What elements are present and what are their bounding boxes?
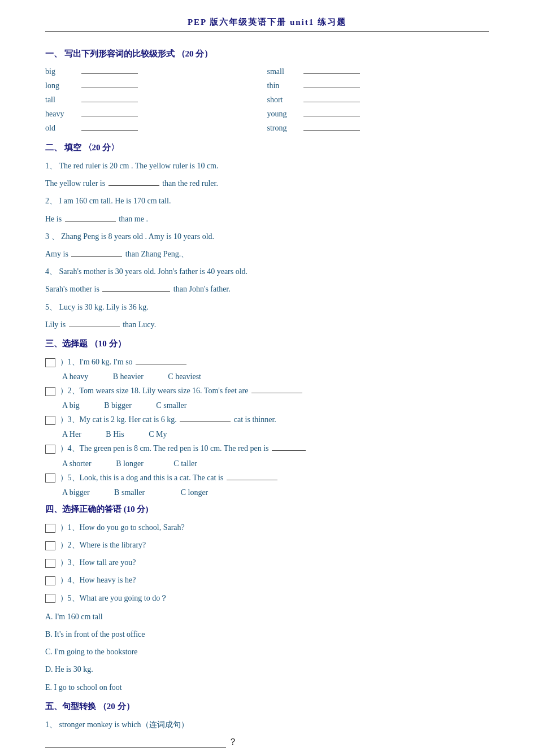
s4-q1-bracket[interactable]: [45, 524, 55, 533]
s3-q2-choiceA[interactable]: A big: [62, 401, 80, 410]
fill-row-old: old: [45, 121, 267, 133]
s3-q3-choiceC[interactable]: C My: [149, 430, 167, 439]
s3-q5-choiceB[interactable]: B smaller: [114, 488, 145, 497]
s3-q4-blank[interactable]: [272, 442, 306, 451]
s2-q5-text2: Lily is: [45, 320, 68, 329]
blank-tall[interactable]: [81, 93, 138, 102]
label-old: old: [45, 124, 79, 133]
label-young: young: [267, 110, 301, 119]
s3-q4-choiceA[interactable]: A shorter: [62, 459, 92, 468]
blank-old[interactable]: [81, 121, 138, 131]
section3-title: 三、选择题 （10 分）: [45, 338, 489, 349]
s3-q3-choiceB[interactable]: B His: [106, 430, 124, 439]
blank-strong[interactable]: [303, 121, 360, 131]
label-thin: thin: [267, 81, 301, 90]
s3-q3-text2: cat is thinner.: [234, 415, 276, 424]
fill-row-strong: strong: [267, 121, 489, 133]
s2-q4-text1: Sarah's mother is 30 years old. John's f…: [59, 267, 248, 276]
s4-q4-text: ）4、How heavy is he?: [60, 576, 136, 584]
s4-q1-text: ）1、How do you go to school, Sarah?: [60, 523, 185, 532]
s3-q5-blank[interactable]: [227, 471, 277, 480]
s3-q3-blank[interactable]: [180, 413, 231, 422]
section2-title: 二、 填空 〈20 分〉: [45, 142, 489, 153]
blank-young[interactable]: [303, 107, 360, 116]
section4-title: 四、选择正确的答语 (10 分): [45, 504, 489, 515]
s2-q3-blank[interactable]: [71, 247, 122, 257]
fill-row-long: long: [45, 79, 267, 90]
section1-right: small thin short young strong: [267, 65, 489, 136]
s4-q2-text: ）2、Where is the library?: [60, 541, 146, 549]
fill-row-heavy: heavy: [45, 107, 267, 119]
section1-grid: big long tall heavy old: [45, 65, 489, 136]
s2-q2-blank[interactable]: [65, 212, 116, 221]
blank-heavy[interactable]: [81, 107, 138, 116]
s4-q5-bracket[interactable]: [45, 594, 55, 603]
s2-q5-line2: Lily is than Lucy.: [45, 318, 489, 332]
fill-row-tall: tall: [45, 93, 267, 105]
s2-q5-text3: than Lucy.: [123, 320, 156, 329]
s3-q4-bracket[interactable]: [45, 445, 55, 454]
s3-q2-text: ）2、Tom wears size 18. Lily wears size 16…: [60, 386, 249, 395]
s2-q4-num: 4、: [45, 267, 57, 276]
s4-ansE-text: E. I go to school on foot: [45, 683, 122, 692]
s3-q2-choiceC[interactable]: C smaller: [156, 401, 186, 410]
s2-q1-blank[interactable]: [108, 177, 159, 186]
s5-q1-blank[interactable]: [45, 737, 226, 748]
s3-q2-blank[interactable]: [251, 384, 302, 393]
s3-q1-bracket[interactable]: [45, 358, 55, 367]
s4-q4-bracket[interactable]: [45, 576, 55, 585]
s3-q4-choices: A shorter B longer C taller: [62, 459, 489, 468]
page-header: PEP 版六年级英语下册 unit1 练习题: [45, 17, 489, 32]
label-strong: strong: [267, 124, 301, 133]
s4-ansD: D. He is 30 kg.: [45, 662, 489, 676]
label-tall: tall: [45, 95, 79, 105]
s2-q2-line2: He is than me .: [45, 212, 489, 226]
s2-q1-text1: The red ruler is 20 cm . The yellow rule…: [59, 162, 219, 170]
blank-short[interactable]: [303, 93, 360, 102]
s3-q1-blank[interactable]: [136, 355, 186, 364]
s2-q1-num: 1、: [45, 162, 57, 170]
s2-q4-blank[interactable]: [102, 283, 170, 292]
s3-q4-choiceB[interactable]: B longer: [116, 459, 144, 468]
s2-q2-text1: I am 160 cm tall. He is 170 cm tall.: [59, 197, 171, 205]
section4: 四、选择正确的答语 (10 分) ）1、How do you go to sch…: [45, 504, 489, 694]
fill-row-thin: thin: [267, 79, 489, 90]
fill-row-small: small: [267, 65, 489, 76]
label-heavy: heavy: [45, 110, 79, 119]
s3-q1-text: ）1、I'm 60 kg. I'm so: [60, 358, 133, 366]
s3-q3-bracket[interactable]: [45, 416, 55, 425]
s3-q5-choiceC[interactable]: C longer: [181, 488, 209, 497]
s3-q2-choiceB[interactable]: B bigger: [104, 401, 132, 410]
s3-q1-choiceC[interactable]: C heaviest: [168, 372, 201, 381]
s3-q2-bracket[interactable]: [45, 387, 55, 396]
blank-big[interactable]: [81, 65, 138, 74]
s4-ansA: A. I'm 160 cm tall: [45, 610, 489, 624]
s3-q5-bracket[interactable]: [45, 473, 55, 483]
s4-ansE: E. I go to school on foot: [45, 680, 489, 694]
page-title: PEP 版六年级英语下册 unit1 练习题: [188, 18, 346, 27]
s3-q4-choiceC[interactable]: C taller: [173, 459, 197, 468]
s2-q5-text1: Lucy is 30 kg. Lily is 36 kg.: [59, 303, 149, 311]
blank-long[interactable]: [81, 79, 138, 88]
s2-q4-text2: Sarah's mother is: [45, 285, 99, 293]
s3-q3-choiceA[interactable]: A Her: [62, 430, 81, 439]
s3-q1-choiceB[interactable]: B heavier: [113, 372, 144, 381]
s3-q1-choiceA[interactable]: A heavy: [62, 372, 88, 381]
s5-q1-question-mark: ？: [228, 736, 237, 748]
s2-q2-num: 2、: [45, 197, 57, 205]
blank-thin[interactable]: [303, 79, 360, 88]
s2-q4-line1: 4、 Sarah's mother is 30 years old. John'…: [45, 264, 489, 279]
s2-q5-blank[interactable]: [69, 318, 120, 327]
section5-title: 五、句型转换 （20 分）: [45, 701, 489, 712]
s2-q1-text2: The yellow ruler is: [45, 179, 107, 188]
blank-small[interactable]: [303, 65, 360, 74]
s2-q5-line1: 5、 Lucy is 30 kg. Lily is 36 kg.: [45, 300, 489, 314]
s3-q5-choiceA[interactable]: A bigger: [62, 488, 90, 497]
s2-q3-text1: Zhang Peng is 8 years old . Amy is 10 ye…: [61, 232, 214, 241]
s2-q4-text3: than John's father.: [173, 285, 231, 293]
section3: 三、选择题 （10 分） ）1、I'm 60 kg. I'm so A heav…: [45, 338, 489, 497]
s3-q2-choices: A big B bigger C smaller: [62, 401, 489, 410]
s4-q3-bracket[interactable]: [45, 559, 55, 568]
s4-q2-bracket[interactable]: [45, 541, 55, 550]
label-small: small: [267, 67, 301, 76]
